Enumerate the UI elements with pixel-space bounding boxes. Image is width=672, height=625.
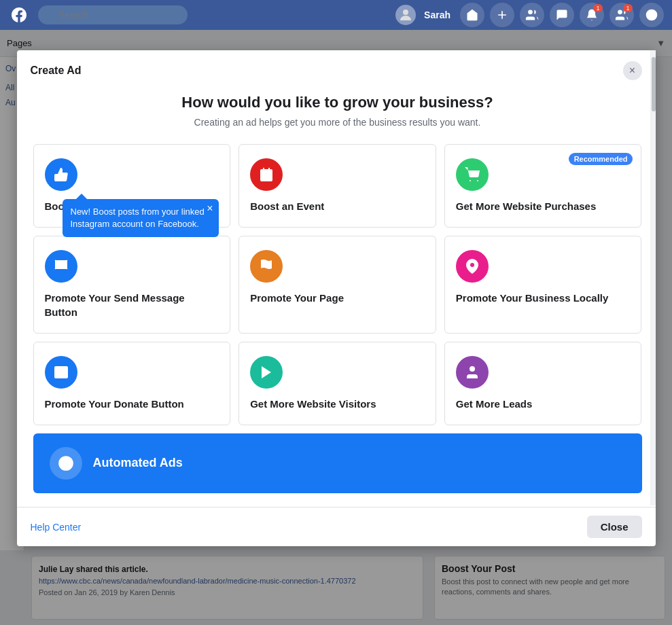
tooltip-text: New! Boost posts from your linked Instag…	[71, 207, 205, 229]
more-leads-icon	[456, 356, 489, 389]
ad-card-send-message[interactable]: Promote Your Send Message Button	[33, 236, 231, 334]
boost-post-tooltip: New! Boost posts from your linked Instag…	[63, 199, 219, 237]
ad-card-promote-page[interactable]: Promote Your Page	[238, 236, 436, 334]
svg-point-0	[403, 10, 408, 15]
notifications-badge: 1	[593, 4, 603, 12]
facebook-logo[interactable]	[7, 3, 31, 27]
search-wrap: 🔍	[38, 5, 188, 24]
website-purchases-label: Get More Website Purchases	[456, 199, 631, 213]
tooltip-close-button[interactable]: ×	[207, 203, 213, 214]
modal-header: Create Ad ×	[17, 50, 656, 80]
automated-ads-label: Automated Ads	[93, 454, 183, 471]
svg-rect-11	[54, 366, 68, 378]
boost-event-icon	[250, 158, 283, 191]
help-icon[interactable]	[639, 3, 664, 27]
donate-button-label: Promote Your Donate Button	[45, 397, 219, 411]
boost-event-label: Boost an Event	[250, 199, 425, 213]
modal-heading: How would you like to grow your business…	[33, 94, 642, 111]
home-button[interactable]	[460, 3, 484, 27]
send-message-icon	[45, 250, 77, 283]
ad-card-boost-event[interactable]: Boost an Event	[238, 144, 436, 228]
modal-scrollbar[interactable]	[650, 50, 656, 505]
svg-marker-12	[262, 366, 271, 378]
modal-body: How would you like to grow your business…	[17, 80, 656, 507]
svg-point-13	[470, 366, 475, 372]
ad-card-business-locally[interactable]: Promote Your Business Locally	[444, 236, 642, 334]
avatar[interactable]	[395, 5, 416, 25]
website-purchases-icon	[456, 158, 489, 191]
svg-point-9	[477, 180, 478, 181]
ad-card-boost-post[interactable]: Boost a Post New! Boost posts from your …	[33, 144, 231, 228]
notifications-icon[interactable]: 1	[580, 3, 604, 27]
automated-ads-icon	[50, 447, 82, 480]
recommended-badge: Recommended	[569, 153, 633, 165]
promote-page-label: Promote Your Page	[250, 291, 425, 305]
friends-icon[interactable]	[520, 3, 544, 27]
ad-card-website-visitors[interactable]: Get More Website Visitors	[238, 342, 436, 425]
svg-point-8	[470, 180, 471, 181]
website-visitors-label: Get More Website Visitors	[250, 397, 425, 411]
create-button[interactable]	[490, 3, 514, 27]
nav-right: Sarah 1 1	[395, 3, 665, 27]
website-visitors-icon	[250, 356, 283, 389]
business-locally-icon	[456, 250, 489, 283]
svg-point-10	[470, 263, 474, 267]
promote-page-icon	[250, 250, 283, 283]
donate-button-icon	[45, 356, 77, 389]
modal-title: Create Ad	[31, 65, 82, 77]
search-input[interactable]	[38, 5, 188, 24]
automated-ads-card[interactable]: Automated Ads	[33, 433, 642, 493]
close-button[interactable]: Close	[587, 516, 642, 538]
modal-close-button[interactable]: ×	[623, 61, 642, 80]
modal-overlay: Create Ad × How would you like to grow y…	[0, 30, 672, 625]
business-locally-label: Promote Your Business Locally	[456, 291, 631, 305]
modal-footer: Help Center Close	[17, 507, 656, 546]
ad-card-more-leads[interactable]: Get More Leads	[444, 342, 642, 425]
send-message-label: Promote Your Send Message Button	[45, 291, 219, 319]
help-center-link[interactable]: Help Center	[31, 522, 82, 533]
messenger-icon[interactable]	[550, 3, 574, 27]
top-navigation: 🔍 Sarah 1 1	[0, 0, 672, 30]
modal-subheading: Creating an ad helps get you more of the…	[33, 117, 642, 128]
ad-card-website-purchases[interactable]: Recommended Get More Website Purchases	[444, 144, 642, 228]
create-ad-modal: Create Ad × How would you like to grow y…	[17, 50, 656, 546]
more-leads-label: Get More Leads	[456, 397, 631, 411]
boost-post-icon	[45, 158, 77, 191]
ad-options-grid: Boost a Post New! Boost posts from your …	[33, 144, 642, 425]
scrollbar-thumb[interactable]	[652, 57, 656, 111]
svg-point-2	[618, 10, 622, 15]
groups-badge: 1	[623, 4, 633, 12]
groups-icon[interactable]: 1	[609, 3, 634, 27]
svg-point-1	[528, 10, 533, 15]
ad-card-donate-button[interactable]: Promote Your Donate Button	[33, 342, 231, 425]
svg-rect-4	[260, 169, 272, 181]
user-name: Sarah	[424, 10, 450, 20]
